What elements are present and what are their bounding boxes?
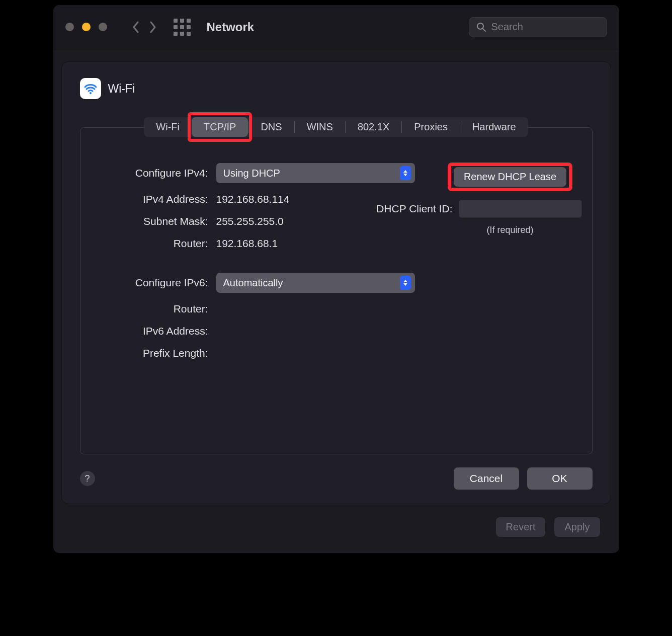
- close-window-icon[interactable]: [65, 23, 74, 31]
- select-arrows-icon: [400, 166, 411, 180]
- label-ipv4-address: IPv4 Address:: [91, 193, 216, 205]
- select-configure-ipv4[interactable]: Using DHCP: [216, 163, 415, 183]
- label-configure-ipv4: Configure IPv4:: [91, 167, 216, 179]
- svg-point-0: [477, 23, 483, 29]
- revert-button[interactable]: Revert: [496, 517, 546, 537]
- zoom-window-icon[interactable]: [99, 23, 107, 31]
- apply-button[interactable]: Apply: [554, 517, 600, 537]
- minimize-window-icon[interactable]: [82, 23, 91, 31]
- label-ipv6-address: IPv6 Address:: [91, 325, 216, 337]
- svg-point-2: [90, 92, 92, 94]
- label-ipv6-router: Router:: [91, 303, 216, 315]
- sheet-title: Wi-Fi: [108, 82, 135, 96]
- nav-arrows: [131, 20, 157, 34]
- label-subnet-mask: Subnet Mask:: [91, 215, 216, 227]
- search-field[interactable]: Search: [469, 17, 607, 37]
- tab-bar: Wi-Fi TCP/IP DNS WINS 802.1X Proxies Har…: [144, 117, 528, 137]
- tab-wins[interactable]: WINS: [295, 117, 345, 137]
- all-prefs-grid-icon[interactable]: [174, 19, 191, 36]
- tab-hardware[interactable]: Hardware: [460, 117, 528, 137]
- wifi-icon: [80, 78, 101, 99]
- value-ipv4-address: 192.168.68.114: [216, 193, 290, 205]
- search-icon: [476, 22, 486, 32]
- traffic-lights: [65, 23, 107, 31]
- preferences-window: Network Search Wi-Fi Wi-Fi TCP/IP: [53, 5, 619, 553]
- search-placeholder: Search: [491, 21, 523, 33]
- value-subnet-mask: 255.255.255.0: [216, 215, 284, 227]
- title-bar: Network Search: [53, 5, 619, 49]
- label-prefix-length: Prefix Length:: [91, 347, 216, 359]
- label-dhcp-client-id: DHCP Client ID:: [376, 203, 452, 215]
- svg-line-1: [483, 29, 485, 31]
- back-button[interactable]: [131, 20, 140, 34]
- tab-proxies[interactable]: Proxies: [402, 117, 460, 137]
- select-arrows-icon: [400, 276, 411, 290]
- tab-content: Configure IPv4: Using DHCP IPv4 Address:…: [80, 127, 593, 454]
- cancel-button[interactable]: Cancel: [454, 467, 519, 490]
- renew-dhcp-lease-button[interactable]: Renew DHCP Lease: [454, 167, 566, 187]
- renew-highlight: Renew DHCP Lease: [450, 163, 570, 191]
- window-title: Network: [207, 20, 255, 34]
- tab-dns[interactable]: DNS: [248, 117, 294, 137]
- tab-8021x[interactable]: 802.1X: [346, 117, 401, 137]
- sheet-footer: ? Cancel OK: [80, 467, 593, 490]
- sheet-header: Wi-Fi: [80, 78, 593, 99]
- help-button[interactable]: ?: [80, 471, 95, 486]
- tab-wifi[interactable]: Wi-Fi: [144, 117, 192, 137]
- forward-button[interactable]: [148, 20, 157, 34]
- input-dhcp-client-id[interactable]: [459, 200, 582, 218]
- ok-button[interactable]: OK: [527, 467, 593, 490]
- right-column: Renew DHCP Lease DHCP Client ID: (If req…: [439, 163, 582, 434]
- window-footer: Revert Apply: [53, 504, 619, 553]
- dhcp-client-id-row: DHCP Client ID:: [439, 200, 582, 218]
- label-if-required: (If required): [486, 225, 533, 235]
- settings-sheet: Wi-Fi Wi-Fi TCP/IP DNS WINS 802.1X Proxi…: [61, 61, 611, 504]
- label-ipv4-router: Router:: [91, 237, 216, 250]
- value-ipv4-router: 192.168.68.1: [216, 237, 278, 250]
- label-configure-ipv6: Configure IPv6:: [91, 277, 216, 289]
- select-configure-ipv6[interactable]: Automatically: [216, 273, 415, 293]
- tab-tcpip[interactable]: TCP/IP: [192, 117, 248, 137]
